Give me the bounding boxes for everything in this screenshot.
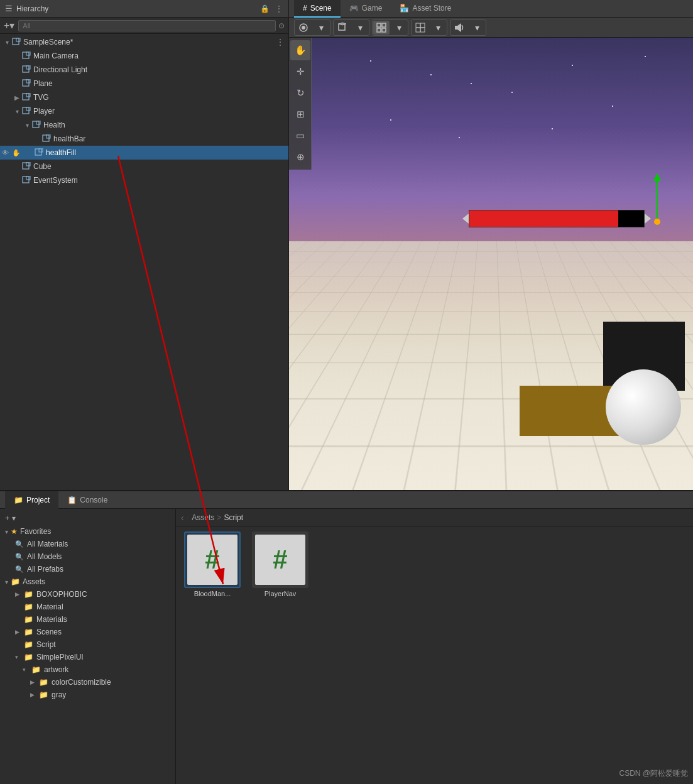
- project-add-button[interactable]: + ▾: [0, 511, 175, 525]
- tree-item-player[interactable]: ▾ Player: [0, 104, 288, 118]
- healthbar-label: healthBar: [53, 134, 85, 143]
- toolbar-grid-dropdown-btn[interactable]: ▾: [430, 21, 446, 35]
- tab-scene[interactable]: # Scene: [294, 0, 341, 18]
- breadcrumb: ‹ › Assets > Script: [176, 509, 693, 526]
- sidebar-boxophobic[interactable]: ▶ 📁 BOXOPHOBIC: [0, 588, 175, 601]
- scene-tool-hand[interactable]: ✋: [290, 40, 310, 60]
- add-button[interactable]: +▾: [4, 19, 14, 31]
- sidebar-all-models[interactable]: 🔍 All Models: [0, 550, 175, 563]
- toolbar-3d-dropdown-btn[interactable]: ▾: [352, 21, 368, 35]
- material-folder-icon: 📁: [24, 602, 33, 611]
- svg-rect-30: [377, 28, 381, 32]
- scene-tool-transform[interactable]: ⊕: [290, 147, 310, 167]
- toolbar-dropdown-btn[interactable]: ▾: [313, 21, 329, 35]
- scene-options-icon[interactable]: ⋮: [276, 37, 285, 47]
- tree-item-tvg[interactable]: ▶ TVG: [0, 90, 288, 104]
- toolbar-gizmos-btn[interactable]: [373, 21, 390, 35]
- breadcrumb-forward-icon[interactable]: ›: [187, 513, 190, 523]
- sidebar-script[interactable]: 📁 Script: [0, 638, 175, 651]
- tab-console[interactable]: 📋 Console: [58, 491, 116, 509]
- console-tab-label: Console: [80, 496, 107, 504]
- toolbar-grid-btn[interactable]: [412, 21, 428, 35]
- y-axis-arrow: [653, 173, 661, 225]
- sidebar-all-materials[interactable]: 🔍 All Materials: [0, 538, 175, 550]
- scene-tool-rotate[interactable]: ↻: [290, 83, 310, 103]
- hamburger-icon[interactable]: ☰: [5, 4, 13, 13]
- materials-folder-icon: 📁: [24, 615, 33, 624]
- scene-root-item[interactable]: ▾ SampleScene* ⋮: [0, 35, 288, 49]
- toolbar-3d-btn[interactable]: [334, 21, 351, 35]
- assets-arrow-icon: ▾: [5, 579, 8, 585]
- tab-game[interactable]: 🎮 Game: [341, 0, 391, 18]
- tree-item-health-fill[interactable]: 👁 ✋ healthFill: [0, 146, 288, 160]
- health-bar-handles: [462, 210, 651, 227]
- assetstore-tab-label: Asset Store: [412, 4, 451, 13]
- breadcrumb-root[interactable]: Assets: [192, 513, 214, 522]
- sidebar-colorcustomizible[interactable]: ▶ 📁 colorCustomizible: [0, 676, 175, 689]
- search-focus-icon[interactable]: ⊙: [278, 21, 285, 30]
- svg-rect-28: [377, 23, 381, 27]
- lock-icon[interactable]: 🔒: [260, 4, 270, 13]
- tree-item-plane[interactable]: Plane: [0, 77, 288, 90]
- tree-item-health-bar[interactable]: healthBar: [0, 132, 288, 146]
- scene-tool-scale[interactable]: ⊞: [290, 104, 310, 124]
- scene-tool-move[interactable]: ✛: [290, 62, 310, 82]
- tab-project[interactable]: 📁 Project: [5, 491, 58, 509]
- all-prefabs-label: All Prefabs: [27, 565, 63, 574]
- tree-item-cube[interactable]: Cube: [0, 160, 288, 173]
- healthbar-cube-icon: [41, 134, 52, 144]
- svg-point-25: [302, 26, 305, 30]
- asset-playernav[interactable]: # PlayerNav: [249, 531, 312, 597]
- toolbar-gizmos-dropdown-btn[interactable]: ▾: [391, 21, 407, 35]
- toolbar-audio-btn[interactable]: [451, 21, 467, 35]
- sidebar-artwork[interactable]: ▾ 📁 artwork: [0, 663, 175, 676]
- scene-icon: [11, 37, 21, 47]
- game-tab-icon: 🎮: [349, 4, 359, 13]
- project-main: ‹ › Assets > Script # BloodMan...: [176, 509, 693, 784]
- material-label: Material: [36, 602, 63, 611]
- project-tab-icon: 📁: [14, 496, 23, 504]
- tab-asset-store[interactable]: 🏪 Asset Store: [391, 0, 460, 18]
- favorites-section-header[interactable]: ▾ ★ Favorites: [0, 525, 175, 538]
- breadcrumb-back-icon[interactable]: ‹: [181, 513, 184, 523]
- hand-icon[interactable]: ✋: [11, 148, 21, 158]
- sidebar-scenes[interactable]: ▶ 📁 Scenes: [0, 626, 175, 638]
- sidebar-materials[interactable]: 📁 Materials: [0, 613, 175, 626]
- y-arrow-end: [654, 219, 660, 225]
- asset-bloodman[interactable]: # BloodMan...: [181, 531, 244, 597]
- scene-view: ✋ ✛ ↻ ⊞ ▭ ⊕: [289, 38, 693, 490]
- tree-item-health[interactable]: ▾ Health: [0, 118, 288, 132]
- playernav-label: PlayerNav: [265, 590, 297, 597]
- toolbar-group-audio: ▾: [450, 19, 486, 36]
- scenes-folder-icon: 📁: [24, 628, 33, 636]
- sidebar-simplepixelui[interactable]: ▾ 📁 SimplePixelUI: [0, 651, 175, 663]
- tree-item-eventsystem[interactable]: EventSystem: [0, 173, 288, 187]
- scene-label: SampleScene*: [23, 38, 73, 46]
- sidebar-gray[interactable]: ▶ 📁 gray: [0, 689, 175, 701]
- scene-tool-panel: ✋ ✛ ↻ ⊞ ▭ ⊕: [289, 38, 312, 170]
- assets-section-header[interactable]: ▾ 📁 Assets: [0, 575, 175, 588]
- breadcrumb-current: Script: [224, 513, 243, 522]
- all-materials-label: All Materials: [27, 540, 68, 548]
- toolbar-shaded-btn[interactable]: [295, 21, 312, 35]
- player-label: Player: [33, 107, 55, 116]
- bottom-content: + ▾ ▾ ★ Favorites 🔍 All Materials 🔍 All …: [0, 509, 693, 784]
- health-label: Health: [43, 121, 65, 129]
- scene-tool-rect[interactable]: ▭: [290, 126, 310, 146]
- search-input[interactable]: [18, 20, 276, 31]
- cube-label: Cube: [33, 162, 52, 171]
- artwork-label: artwork: [44, 665, 68, 674]
- toolbar-audio-dropdown-btn[interactable]: ▾: [469, 21, 485, 35]
- tree-item-main-camera[interactable]: Main Camera: [0, 49, 288, 63]
- hb-left-handle: [462, 214, 469, 224]
- eye-icon[interactable]: 👁: [0, 148, 10, 158]
- plane-label: Plane: [33, 79, 53, 88]
- tree-item-directional-light[interactable]: Directional Light: [0, 63, 288, 77]
- sidebar-all-prefabs[interactable]: 🔍 All Prefabs: [0, 563, 175, 575]
- hierarchy-tree: ▾ SampleScene* ⋮: [0, 34, 288, 490]
- hb-container: [469, 210, 645, 227]
- scenes-label: Scenes: [36, 628, 62, 636]
- more-options-icon[interactable]: ⋮: [275, 4, 283, 14]
- sidebar-material[interactable]: 📁 Material: [0, 601, 175, 613]
- svg-rect-35: [455, 26, 457, 30]
